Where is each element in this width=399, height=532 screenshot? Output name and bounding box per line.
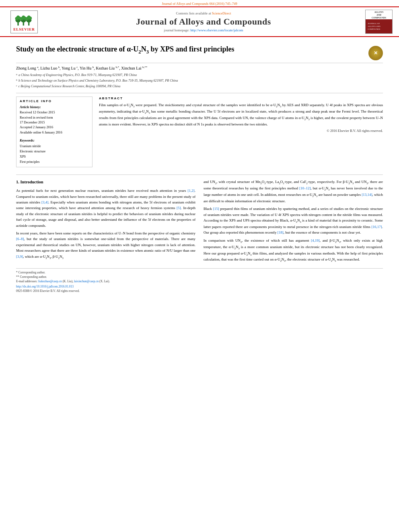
journal-header: ELSEVIER Contents lists available at Sci… [0,6,399,37]
alloys-compounds-logo: ALLOYSANDCOMPOUNDS JOURNAL OF ALLOYS AND… [365,10,393,34]
revised-date: 17 December 2015 [20,120,89,125]
ref-3-9[interactable]: [3,9] [16,255,23,259]
svg-text:COMPOUNDS: COMPOUNDS [368,28,380,30]
affil-a: a a China Academy of Engineering Physics… [16,73,383,78]
intro-para-2: In recent years, there have been some re… [16,230,195,260]
received-revised-label: Received in revised form [20,115,89,120]
affiliations: a a China Academy of Engineering Physics… [16,73,383,90]
footer-issn: 0925-8388/© 2016 Elsevier B.V. All right… [16,289,383,293]
ref-18[interactable]: [18] [278,230,284,234]
journal-logo-right: ALLOYSANDCOMPOUNDS JOURNAL OF ALLOYS AND… [363,10,395,34]
keywords-section: Keywords: Uranium nitride Electronic str… [20,138,89,165]
page-wrapper: Journal of Alloys and Compounds 664 (201… [0,0,399,297]
intro-para-1: As potential fuels for next generation n… [16,188,195,228]
sciencedirect-link[interactable]: ScienceDirect [212,11,231,15]
ref-4-19[interactable]: [4,19] [311,238,320,242]
email1-link[interactable]: liukezhao@caep.cn [38,279,62,283]
ref-3-4[interactable]: [3,4] [41,200,48,204]
article-history-label: Article history: [20,105,89,109]
ref-15[interactable]: [15] [213,207,219,211]
article-info-column: ARTICLE INFO Article history: Received 1… [16,97,93,170]
journal-homepage-line: journal homepage: http://www.elsevier.co… [47,28,360,32]
journal-header-center: Contents lists available at ScienceDirec… [47,11,360,32]
ref-10-12[interactable]: [10–12] [299,186,311,190]
abstract-column: ABSTRACT Film samples of α-U2N3 were pre… [99,97,383,170]
authors-line: Zhong Long a, Lizhu Luo b, Yong Lu c, Yi… [16,65,383,72]
svg-text:ALLOYS AND: ALLOYS AND [368,25,380,27]
ref-13-14[interactable]: [13,14] [362,193,372,197]
ref-1-2[interactable]: [1,2] [188,189,195,193]
abstract-section: ABSTRACT Film samples of α-U2N3 were pre… [99,97,383,133]
right-para-3: In comparison with UN2, the existence of… [204,238,383,263]
article-info-box: ARTICLE INFO Article history: Received 1… [16,97,93,167]
journal-title: Journal of Alloys and Compounds [47,16,360,27]
affil-c: c c Beijing Computational Science Resear… [16,84,383,90]
abstract-text: Film samples of α-U2N3 were prepared. Th… [99,102,383,127]
keyword-xps: XPS [20,154,89,159]
keywords-label: Keywords: [20,138,89,142]
footer-area: * Corresponding author. ** Corresponding… [16,268,383,293]
keyword-first-principles: First principles [20,159,89,164]
received-date: Received 12 October 2015 [20,110,89,115]
elsevier-label: ELSEVIER [13,27,35,31]
journal-logo-graphic: JOURNAL OF ALLOYS AND COMPOUNDS [366,19,393,33]
separator [16,175,383,175]
right-para-2: Black [15] prepared thin films of uraniu… [204,206,383,235]
crossmark-icon: ✕ [374,50,378,56]
contents-available-text: Contents lists available at ScienceDirec… [47,11,360,15]
elsevier-logo-box: ELSEVIER [10,10,38,33]
crossmark-badge[interactable]: ✕ [368,46,383,60]
body-left-column: 1. Introduction As potential fuels for n… [16,179,195,265]
accepted-date: Accepted 2 January 2016 [20,125,89,130]
corresponding-note-1: * Corresponding author. [16,271,383,274]
ref-5[interactable]: [5] [177,206,181,210]
body-right-column: and UN2, with crystal structure of Mn2O3… [204,179,383,265]
elsevier-logo-area: ELSEVIER [4,10,44,33]
svg-rect-0 [17,22,19,25]
available-online-date: Available online 6 January 2016 [20,130,89,135]
svg-rect-5 [23,22,24,25]
keyword-uranium-nitride: Uranium nitride [20,144,89,149]
journal-citation-text: Journal of Alloys and Compounds 664 (201… [162,2,237,6]
elsevier-tree-icon [14,12,34,27]
article-title: Study on the electronic structure of α-U… [16,44,364,55]
abstract-header: ABSTRACT [99,97,383,100]
keyword-electronic-structure: Electronic structure [20,149,89,154]
svg-point-14 [27,15,31,18]
homepage-url[interactable]: http://www.elsevier.com/locate/jalcom [190,28,243,32]
body-columns: 1. Introduction As potential fuels for n… [16,179,383,265]
copyright-line: © 2016 Elsevier B.V. All rights reserved… [99,129,383,133]
svg-text:JOURNAL OF: JOURNAL OF [368,23,380,25]
info-abstract-columns: ARTICLE INFO Article history: Received 1… [16,93,383,170]
ref-16-17[interactable]: [16,17] [372,225,382,229]
right-para-1: and UN2, with crystal structure of Mn2O3… [204,179,383,204]
affil-b: b b Science and Technology on Surface Ph… [16,78,383,84]
ref-6-8[interactable]: [6–8] [16,237,24,241]
email2-link[interactable]: laixinchun@caep.cn [74,279,99,283]
corresponding-note-2: ** Corresponding author. [16,275,383,279]
svg-point-4 [16,15,20,18]
email-line: E-mail addresses: liukezhao@caep.cn (K. … [16,279,383,283]
article-title-section: Study on the electronic structure of α-U… [16,40,383,63]
main-content: Study on the electronic structure of α-U… [0,37,399,297]
svg-point-9 [22,15,25,18]
journal-citation-bar: Journal of Alloys and Compounds 664 (201… [0,0,399,6]
article-info-header: ARTICLE INFO [20,99,89,103]
doi-link[interactable]: http://dx.doi.org/10.1016/j.jallcom.2016… [16,285,383,288]
svg-rect-10 [28,22,29,25]
intro-section-title: 1. Introduction [16,179,195,186]
